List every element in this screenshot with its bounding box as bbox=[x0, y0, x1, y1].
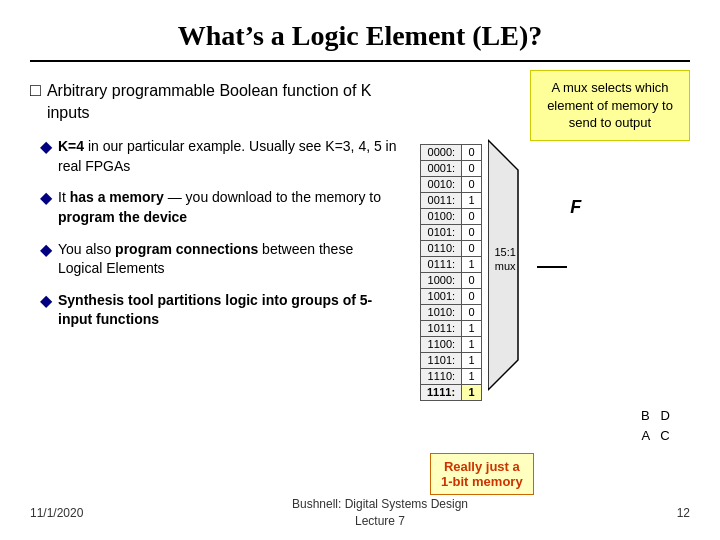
sub-bullet-2: ◆ It has a memory — you download to the … bbox=[40, 188, 400, 227]
mux-shape-wrap: 15:1mux bbox=[488, 130, 543, 404]
table-row: 1001:0 bbox=[421, 288, 482, 304]
output-area: F bbox=[537, 266, 581, 268]
title-divider bbox=[30, 60, 690, 62]
table-row: 0100:0 bbox=[421, 208, 482, 224]
sub-bullet-1: ◆ K=4 in our particular example. Usually… bbox=[40, 137, 400, 176]
callout-red: Really just a1-bit memory bbox=[430, 453, 534, 495]
sub-bullet-4: ◆ Synthesis tool partitions logic into g… bbox=[40, 291, 400, 330]
sub-bullet-text-4: Synthesis tool partitions logic into gro… bbox=[58, 291, 400, 330]
mux-table-wrap: 0000:0 0001:0 0010:0 0011:1 0100:0 0101:… bbox=[420, 144, 482, 401]
slide: What’s a Logic Element (LE)? □ Arbitrary… bbox=[0, 0, 720, 540]
sub-bullets: ◆ K=4 in our particular example. Usually… bbox=[40, 137, 400, 330]
sub-bullet-marker-2: ◆ bbox=[40, 187, 52, 227]
footer-page: 12 bbox=[677, 506, 690, 520]
bottom-input-labels: B DA C bbox=[420, 406, 670, 445]
footer-date: 11/1/2020 bbox=[30, 506, 83, 520]
table-row: 0000:0 bbox=[421, 144, 482, 160]
footer-center: Bushnell: Digital Systems Design Lecture… bbox=[292, 496, 468, 530]
content-area: □ Arbitrary programmable Boolean functio… bbox=[30, 80, 690, 495]
footer: 11/1/2020 Bushnell: Digital Systems Desi… bbox=[0, 496, 720, 530]
sub-bullet-marker-3: ◆ bbox=[40, 239, 52, 279]
footer-center-line1: Bushnell: Digital Systems Design bbox=[292, 497, 468, 511]
table-row: 1010:0 bbox=[421, 304, 482, 320]
main-bullet: □ Arbitrary programmable Boolean functio… bbox=[30, 80, 400, 123]
sub-bullet-text-2: It has a memory — you download to the me… bbox=[58, 188, 400, 227]
table-row-last: 1111:1 bbox=[421, 384, 482, 400]
right-column: A mux selects which element of memory to… bbox=[420, 80, 690, 495]
sub-bullet-text-1: K=4 in our particular example. Usually s… bbox=[58, 137, 400, 176]
sub-bullet-text-3: You also program connections between the… bbox=[58, 240, 400, 279]
table-row: 1011:1 bbox=[421, 320, 482, 336]
mux-diagram: 0000:0 0001:0 0010:0 0011:1 0100:0 0101:… bbox=[420, 130, 690, 445]
bd-ac-labels: B DA C bbox=[641, 406, 670, 445]
sub-bullet-3: ◆ You also program connections between t… bbox=[40, 240, 400, 279]
table-row: 0111:1 bbox=[421, 256, 482, 272]
slide-title: What’s a Logic Element (LE)? bbox=[30, 20, 690, 52]
table-row: 0101:0 bbox=[421, 224, 482, 240]
table-row: 1101:1 bbox=[421, 352, 482, 368]
mux-table: 0000:0 0001:0 0010:0 0011:1 0100:0 0101:… bbox=[420, 144, 482, 401]
table-row: 0110:0 bbox=[421, 240, 482, 256]
table-row: 1110:1 bbox=[421, 368, 482, 384]
table-row: 1100:1 bbox=[421, 336, 482, 352]
output-f-label: F bbox=[570, 197, 581, 218]
table-row: 0010:0 bbox=[421, 176, 482, 192]
mux-label: 15:1mux bbox=[490, 245, 520, 274]
callout-text: A mux selects which element of memory to… bbox=[547, 80, 673, 130]
left-column: □ Arbitrary programmable Boolean functio… bbox=[30, 80, 400, 330]
table-row: 0001:0 bbox=[421, 160, 482, 176]
main-bullet-marker: □ bbox=[30, 80, 41, 123]
table-row: 1000:0 bbox=[421, 272, 482, 288]
main-bullet-text: Arbitrary programmable Boolean function … bbox=[47, 80, 400, 123]
table-row: 0011:1 bbox=[421, 192, 482, 208]
sub-bullet-marker-1: ◆ bbox=[40, 136, 52, 176]
sub-bullet-marker-4: ◆ bbox=[40, 290, 52, 330]
footer-center-line2: Lecture 7 bbox=[355, 514, 405, 528]
